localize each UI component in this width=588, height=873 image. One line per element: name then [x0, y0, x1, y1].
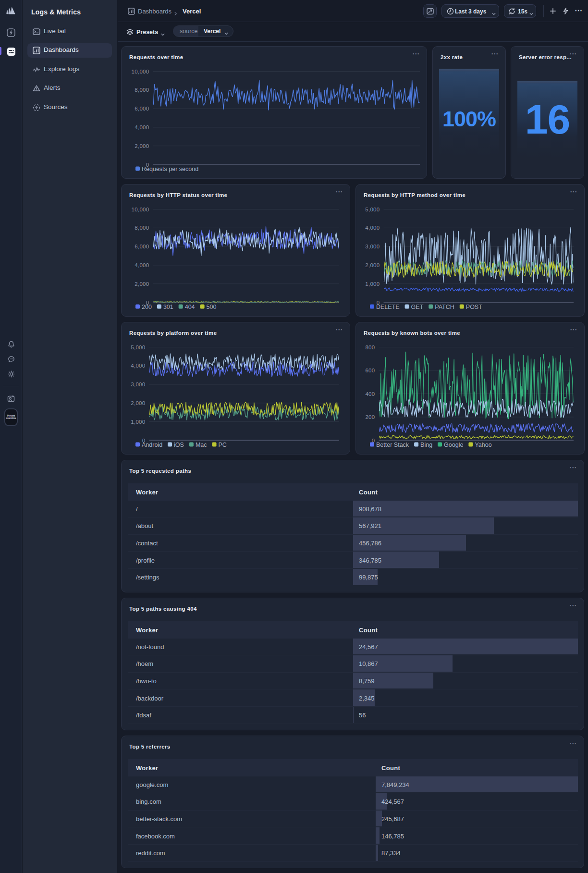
svg-text:Android: Android [142, 442, 162, 448]
svg-text:Yahoo: Yahoo [475, 442, 491, 448]
svg-text:PATCH: PATCH [435, 304, 454, 310]
svg-text:Mac: Mac [196, 442, 207, 448]
svg-text:POST: POST [466, 304, 482, 310]
svg-text:6,000: 6,000 [135, 106, 149, 111]
svg-text:GET: GET [411, 304, 424, 310]
svg-text:3,000: 3,000 [131, 381, 145, 387]
svg-text:PC: PC [219, 442, 227, 448]
svg-text:3,000: 3,000 [365, 244, 380, 249]
svg-text:4,000: 4,000 [135, 124, 149, 130]
svg-text:4,000: 4,000 [135, 262, 149, 268]
svg-text:500: 500 [207, 304, 217, 310]
svg-text:1,000: 1,000 [131, 419, 145, 425]
svg-text:2,000: 2,000 [365, 262, 380, 268]
svg-text:2,000: 2,000 [131, 400, 145, 406]
svg-text:8,000: 8,000 [135, 87, 149, 93]
svg-text:2,000: 2,000 [135, 143, 149, 149]
svg-text:Bing: Bing [420, 442, 432, 448]
svg-text:iOS: iOS [174, 442, 184, 448]
svg-text:4,000: 4,000 [365, 225, 380, 231]
svg-text:600: 600 [365, 368, 375, 373]
svg-text:10,000: 10,000 [132, 207, 149, 212]
svg-text:200: 200 [365, 414, 375, 420]
svg-text:8,000: 8,000 [135, 225, 149, 231]
svg-text:301: 301 [163, 304, 173, 310]
svg-text:2,000: 2,000 [135, 281, 149, 287]
svg-text:Better Stack: Better Stack [376, 442, 409, 448]
svg-text:Requests per second: Requests per second [142, 166, 198, 172]
svg-text:200: 200 [142, 304, 152, 310]
svg-text:5,000: 5,000 [365, 207, 380, 212]
svg-text:5,000: 5,000 [131, 344, 145, 350]
svg-text:400: 400 [365, 391, 375, 397]
svg-text:404: 404 [185, 304, 195, 310]
svg-text:1,000: 1,000 [365, 281, 380, 287]
svg-text:800: 800 [365, 344, 375, 350]
svg-text:DELETE: DELETE [376, 304, 400, 310]
svg-text:10,000: 10,000 [132, 69, 149, 74]
svg-text:4,000: 4,000 [131, 363, 145, 369]
svg-text:6,000: 6,000 [135, 244, 149, 249]
svg-text:Google: Google [444, 442, 463, 448]
